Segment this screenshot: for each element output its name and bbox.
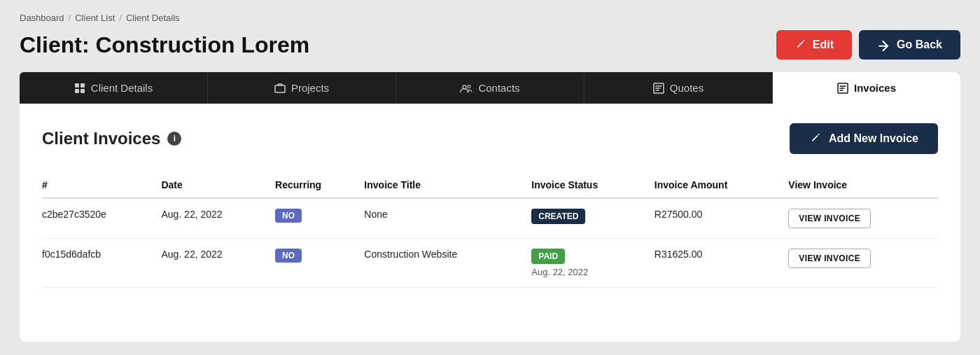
add-new-invoice-button[interactable]: Add New Invoice [790,123,938,154]
page-title: Client: Construction Lorem [20,32,309,58]
contacts-icon [460,83,472,94]
breadcrumb-client-list[interactable]: Client List [75,13,115,23]
tab-contacts[interactable]: Contacts [396,72,584,104]
svg-point-5 [463,85,466,88]
tab-projects[interactable]: Projects [208,72,396,104]
svg-rect-1 [80,83,85,88]
card-title: Client Invoices i [42,129,181,148]
cell-status: CREATED [531,198,654,239]
col-header-recurring: Recurring [275,174,364,198]
tab-invoices[interactable]: Invoices [773,72,960,104]
breadcrumb-sep-1: / [69,13,71,23]
cell-title: None [364,198,531,239]
svg-rect-2 [75,89,79,93]
edit-button[interactable]: Edit [776,30,852,60]
svg-point-6 [468,85,470,88]
col-header-status: Invoice Status [531,174,654,198]
invoices-table: # Date Recurring Invoice Title Invoice S… [42,174,938,288]
quotes-icon [653,83,664,94]
tab-quotes[interactable]: Quotes [584,72,773,104]
go-back-icon [877,39,891,51]
date-sub: Aug. 22, 2022 [531,267,648,277]
cell-id: f0c15d6dafcb [42,239,161,288]
badge-status: PAID [531,249,565,264]
cell-view: VIEW INVOICE [788,198,938,239]
card-header: Client Invoices i Add New Invoice [42,123,938,154]
edit-icon [794,39,807,51]
cell-recurring: NO [275,239,364,288]
col-header-date: Date [161,174,275,198]
svg-rect-4 [275,85,285,92]
page-header: Client: Construction Lorem Edit Go Back [20,30,960,60]
invoices-icon [837,83,848,94]
main-card: Client Invoices i Add New Invoice # Date… [20,104,960,342]
col-header-title: Invoice Title [364,174,531,198]
tabs-bar: Client Details Projects Contacts Quote [20,72,960,104]
projects-icon [274,83,286,94]
col-header-view: View Invoice [788,174,938,198]
table-row: c2be27c3520e Aug. 22, 2022 NO None CREAT… [42,198,938,239]
svg-rect-3 [80,89,85,93]
view-invoice-button[interactable]: VIEW INVOICE [788,209,871,228]
cell-recurring: NO [275,198,364,239]
grid-icon [74,83,85,94]
go-back-button[interactable]: Go Back [859,30,960,60]
badge-no: NO [275,249,302,263]
view-invoice-button[interactable]: VIEW INVOICE [788,249,871,268]
cell-date: Aug. 22, 2022 [161,239,275,288]
breadcrumb-dashboard[interactable]: Dashboard [20,13,64,23]
svg-rect-0 [75,83,79,88]
breadcrumb: Dashboard / Client List / Client Details [20,13,960,23]
info-icon[interactable]: i [167,132,181,146]
cell-id: c2be27c3520e [42,198,161,239]
tab-client-details[interactable]: Client Details [20,72,208,104]
badge-no: NO [275,209,302,223]
cell-view: VIEW INVOICE [788,239,938,288]
cell-status: PAID Aug. 22, 2022 [531,239,654,288]
table-row: f0c15d6dafcb Aug. 22, 2022 NO Constructi… [42,239,938,288]
breadcrumb-sep-2: / [119,13,122,23]
col-header-id: # [42,174,161,198]
breadcrumb-client-details: Client Details [126,13,180,23]
col-header-amount: Invoice Amount [654,174,789,198]
add-invoice-icon [809,132,822,145]
cell-title: Construction Website [364,239,531,288]
cell-amount: R31625.00 [654,239,789,288]
cell-amount: R27500.00 [654,198,789,239]
cell-date: Aug. 22, 2022 [161,198,275,239]
header-buttons: Edit Go Back [776,30,960,60]
badge-status: CREATED [531,209,585,224]
